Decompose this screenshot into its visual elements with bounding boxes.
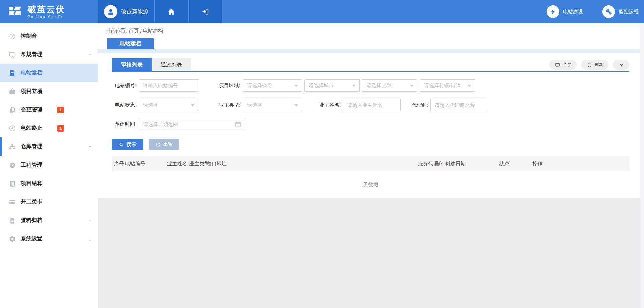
- sidebar-item-project-initiation[interactable]: 项目立项: [0, 82, 98, 101]
- sidebar-item-open-card[interactable]: 开二类卡: [0, 193, 98, 211]
- reset-button[interactable]: 重置: [149, 139, 179, 150]
- breadcrumb-home-link[interactable]: 首页: [128, 28, 139, 34]
- logout-button[interactable]: [188, 0, 222, 23]
- filter-row-3: 创建时间:: [112, 118, 629, 130]
- table-header-row: 序号 电站编号 业主姓名 业主类型 项目地址 服务代理商 创建日期 状态 操作: [112, 156, 629, 171]
- sidebar-item-project-settlement[interactable]: 项目结算: [0, 174, 98, 193]
- document-icon: [9, 69, 16, 77]
- sidebar-item-data-archive[interactable]: 资料归档: [0, 211, 98, 230]
- sidebar-item-console[interactable]: 控制台: [0, 27, 98, 45]
- nav-monitor-ops-label: 监控运维: [619, 9, 639, 15]
- sidebar-item-label: 项目结算: [21, 180, 42, 187]
- col-index: 序号: [112, 156, 123, 171]
- company-menu[interactable]: 破茧新能源: [98, 0, 154, 23]
- gear-icon: [9, 235, 16, 243]
- col-owner-type: 业主类型: [187, 156, 205, 171]
- station-status-select[interactable]: 请选择: [139, 99, 198, 111]
- active-indicator-bar: [0, 137, 2, 156]
- panel-card: 审核列表 通过列表 全屏 刷新: [98, 53, 644, 198]
- sidebar-item-system-settings[interactable]: 系统设置: [0, 230, 98, 248]
- results-table: 序号 电站编号 业主姓名 业主类型 项目地址 服务代理商 创建日期 状态 操作: [112, 156, 629, 171]
- collapse-toggle-button[interactable]: [613, 60, 629, 70]
- county-select[interactable]: 请选择县/区: [362, 79, 417, 92]
- chevron-down-icon: [88, 144, 92, 149]
- panel-toolbar: 全屏 刷新: [545, 60, 629, 70]
- filter-row-2: 电站状态: 请选择 业主类型: 请选择 业主姓名: 代理商:: [112, 99, 629, 111]
- refresh-icon: [587, 62, 592, 68]
- top-header: 破茧云伏 Po Jian Yun Fu 破茧新能源: [0, 0, 644, 23]
- sitemap-icon: [9, 143, 16, 150]
- village-select[interactable]: 请选择村镇/街道: [420, 79, 475, 92]
- fullscreen-button[interactable]: 全屏: [549, 60, 577, 70]
- card-icon: [9, 198, 16, 206]
- dropdown-caret-icon: [191, 104, 194, 108]
- sidebar-item-engineering-mgmt[interactable]: 工程管理: [0, 156, 98, 174]
- sidebar-item-label: 资料归档: [21, 217, 42, 224]
- nav-monitor-ops[interactable]: 监控运维: [602, 5, 639, 18]
- filter-actions: 搜索 重置: [112, 139, 629, 150]
- col-service-agent: 服务代理商: [416, 156, 443, 171]
- header-right-nav: 电站建设 监控运维: [527, 0, 644, 23]
- brand-title: 破茧云伏: [28, 5, 65, 14]
- home-icon: [167, 8, 175, 16]
- brand-logo-icon: [7, 4, 23, 19]
- owner-type-label: 业主类型:: [217, 102, 240, 108]
- dropdown-caret-icon: [410, 85, 413, 89]
- sidebar-item-label: 电站终止: [21, 125, 42, 132]
- fullscreen-icon: [555, 62, 560, 68]
- company-name: 破茧新能源: [121, 8, 148, 15]
- sidebar-item-label: 开二类卡: [21, 198, 42, 205]
- monitor-icon: [9, 51, 16, 58]
- calculator-icon: [9, 180, 16, 187]
- sidebar-item-general-mgmt[interactable]: 常规管理: [0, 45, 98, 64]
- home-button[interactable]: [154, 0, 188, 23]
- tab-passed-list[interactable]: 通过列表: [152, 58, 191, 71]
- agent-label: 代理商:: [407, 102, 428, 108]
- app-root: 破茧云伏 Po Jian Yun Fu 破茧新能源: [0, 0, 644, 308]
- sidebar: 控制台 常规管理 电站建档 项目立项: [0, 23, 98, 308]
- sidebar-item-change-mgmt[interactable]: 变更管理 1: [0, 101, 98, 119]
- province-select-placeholder: 请选择省份: [247, 82, 272, 89]
- empty-state: 无数据: [112, 171, 629, 198]
- sidebar-item-station-filing[interactable]: 电站建档: [0, 64, 98, 82]
- date-range-field: [139, 118, 245, 130]
- col-owner-name: 业主姓名: [165, 156, 187, 171]
- chevron-down-icon: [88, 52, 92, 57]
- col-project-address: 项目地址: [205, 156, 416, 171]
- gauge-icon: [9, 162, 16, 169]
- sidebar-item-label: 常规管理: [21, 51, 42, 58]
- date-range-input[interactable]: [139, 118, 245, 130]
- archive-icon: [9, 217, 16, 224]
- col-status: 状态: [497, 156, 530, 171]
- province-select[interactable]: 请选择省份: [243, 79, 302, 92]
- county-select-placeholder: 请选择县/区: [366, 82, 393, 89]
- refresh-button[interactable]: 刷新: [581, 60, 608, 70]
- brand-tagline: Po Jian Yun Fu: [28, 15, 65, 19]
- city-select[interactable]: 请选择城市: [304, 79, 360, 92]
- nav-station-build[interactable]: 电站建设: [547, 5, 583, 18]
- page-tab-station-filing[interactable]: 电站建档: [107, 38, 154, 49]
- tab-review-list[interactable]: 审核列表: [112, 58, 152, 71]
- sidebar-item-label: 变更管理: [21, 106, 42, 113]
- refresh-label: 刷新: [594, 62, 603, 68]
- sidebar-item-station-termination[interactable]: 电站终止 1: [0, 119, 98, 137]
- agent-input[interactable]: [430, 99, 487, 111]
- sidebar-item-label: 系统设置: [21, 235, 42, 242]
- dropdown-caret-icon: [468, 85, 471, 89]
- owner-type-placeholder: 请选择: [247, 102, 262, 108]
- dropdown-caret-icon: [294, 104, 298, 108]
- search-button[interactable]: 搜索: [112, 139, 143, 150]
- chevron-down-icon: [88, 237, 92, 241]
- sidebar-item-label: 电站建档: [21, 69, 42, 76]
- brand-texts: 破茧云伏 Po Jian Yun Fu: [28, 5, 65, 19]
- region-label: 项目区域:: [217, 82, 240, 89]
- page-tabstrip: 电站建档: [98, 38, 644, 49]
- vertical-scrollbar[interactable]: [640, 23, 644, 308]
- create-time-label: 创建时间:: [112, 121, 137, 127]
- briefcase-icon: [9, 88, 16, 95]
- sidebar-item-warehouse-mgmt[interactable]: 仓库管理: [0, 137, 98, 156]
- owner-type-select[interactable]: 请选择: [243, 99, 302, 111]
- station-no-input[interactable]: [139, 79, 198, 92]
- lightning-icon: [547, 5, 559, 18]
- owner-name-input[interactable]: [343, 99, 401, 111]
